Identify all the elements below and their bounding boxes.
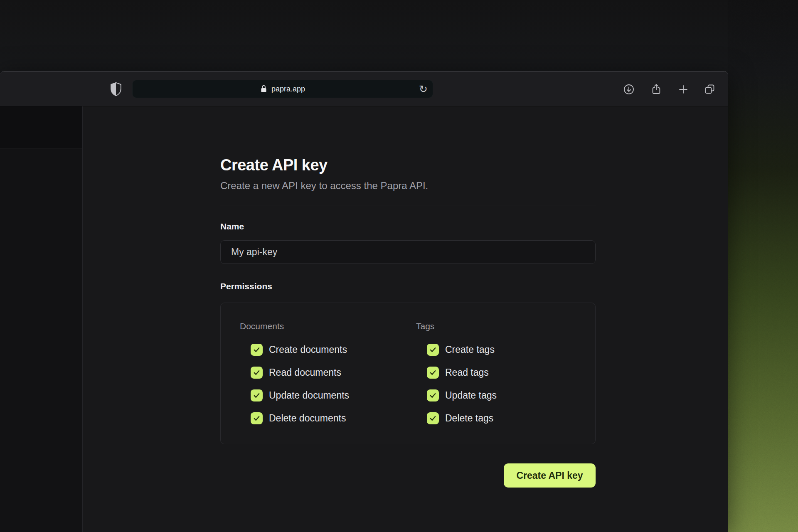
- permission-row-update-documents[interactable]: Update documents: [251, 389, 349, 401]
- tags-permissions-column: Tags Create tags Read tags: [416, 321, 497, 424]
- checkbox-update-tags[interactable]: [427, 389, 439, 401]
- permission-row-read-tags[interactable]: Read tags: [427, 366, 497, 379]
- checkbox-read-tags[interactable]: [427, 367, 439, 379]
- check-icon: [253, 392, 261, 399]
- shield-privacy-icon[interactable]: [110, 81, 122, 97]
- download-icon[interactable]: [622, 83, 635, 96]
- browser-toolbar: papra.app ↻: [0, 71, 728, 106]
- permission-label: Read tags: [445, 367, 489, 378]
- permission-label: Create documents: [269, 344, 347, 355]
- lock-icon: [260, 84, 267, 94]
- documents-permissions-column: Documents Create documents R: [240, 321, 349, 424]
- checkbox-create-tags[interactable]: [427, 344, 439, 356]
- api-key-name-input[interactable]: [220, 240, 596, 264]
- check-icon: [429, 346, 437, 354]
- permission-label: Update tags: [445, 390, 497, 401]
- permission-label: Update documents: [269, 390, 349, 401]
- page-subtitle: Create a new API key to access the Papra…: [220, 180, 428, 192]
- permission-label: Delete documents: [269, 413, 346, 424]
- checkbox-create-documents[interactable]: [251, 344, 263, 356]
- check-icon: [253, 414, 261, 422]
- checkbox-delete-tags[interactable]: [427, 412, 439, 424]
- section-divider: [220, 205, 596, 205]
- desktop-grain-texture: [728, 0, 798, 532]
- permissions-panel: Documents Create documents R: [220, 303, 596, 444]
- permission-row-update-tags[interactable]: Update tags: [427, 389, 497, 401]
- check-icon: [253, 369, 261, 377]
- app-sidebar-header: [0, 106, 82, 148]
- check-icon: [429, 392, 437, 399]
- reload-icon[interactable]: ↻: [419, 83, 428, 95]
- page-title: Create API key: [220, 156, 328, 174]
- checkbox-read-documents[interactable]: [251, 367, 263, 379]
- documents-group-label: Documents: [240, 321, 349, 332]
- tags-group-label: Tags: [416, 321, 497, 332]
- address-text: papra.app: [271, 85, 305, 94]
- browser-window: papra.app ↻: [0, 71, 728, 532]
- share-icon[interactable]: [650, 83, 663, 96]
- permissions-label: Permissions: [220, 281, 272, 291]
- permission-row-read-documents[interactable]: Read documents: [251, 366, 349, 379]
- app-sidebar: [0, 106, 83, 532]
- permission-label: Read documents: [269, 367, 341, 378]
- permission-row-create-tags[interactable]: Create tags: [427, 343, 497, 356]
- new-tab-icon[interactable]: [677, 83, 690, 96]
- check-icon: [429, 414, 437, 422]
- checkbox-delete-documents[interactable]: [251, 412, 263, 424]
- check-icon: [429, 369, 437, 377]
- page-content: Create API key Create a new API key to a…: [83, 106, 728, 532]
- permission-label: Delete tags: [445, 413, 493, 424]
- permission-row-create-documents[interactable]: Create documents: [251, 343, 349, 356]
- check-icon: [253, 346, 261, 354]
- name-field-label: Name: [220, 222, 244, 232]
- tab-overview-icon[interactable]: [703, 83, 717, 96]
- create-api-key-button[interactable]: Create API key: [504, 463, 596, 488]
- permission-row-delete-tags[interactable]: Delete tags: [427, 412, 497, 424]
- permission-label: Create tags: [445, 344, 495, 355]
- address-bar[interactable]: papra.app ↻: [132, 80, 433, 98]
- checkbox-update-documents[interactable]: [251, 389, 263, 401]
- permission-row-delete-documents[interactable]: Delete documents: [251, 412, 349, 424]
